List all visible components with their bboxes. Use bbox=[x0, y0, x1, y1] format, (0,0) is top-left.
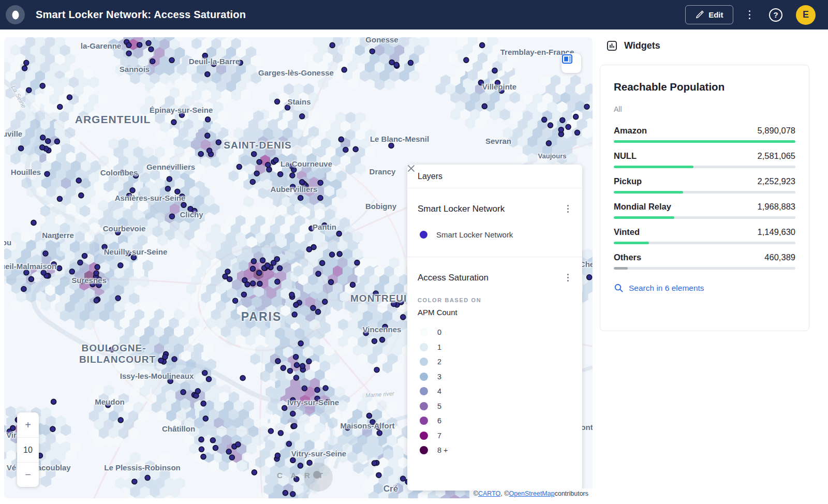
layer-item-smart-locker-network: Smart Locker Network bbox=[418, 202, 572, 216]
widget-row-label: Mondial Relay bbox=[614, 202, 671, 212]
header-more-options-icon[interactable] bbox=[745, 6, 755, 24]
apm-legend-row: 2 bbox=[418, 354, 572, 369]
apm-legend-label: 5 bbox=[437, 402, 441, 410]
widget-row-bar-track bbox=[614, 140, 795, 143]
zoom-out-button[interactable]: − bbox=[17, 462, 39, 487]
app-page: Smart Locker Network: Access Saturation … bbox=[0, 0, 828, 504]
widget-row-value: 1,149,630 bbox=[758, 227, 795, 237]
widget-row-label: NULL bbox=[614, 151, 637, 161]
apm-legend-label: 1 bbox=[437, 343, 441, 351]
widget-row-value: 2,252,923 bbox=[758, 176, 795, 186]
widgets-sidebar: Widgets Reachable Population All Amazon5… bbox=[599, 29, 828, 504]
apm-legend-swatch bbox=[420, 402, 428, 410]
pencil-icon bbox=[695, 10, 704, 19]
apm-legend-swatch bbox=[420, 343, 428, 351]
openstreetmap-link[interactable]: OpenStreetMap bbox=[509, 490, 554, 497]
panel-divider bbox=[407, 257, 582, 257]
attribution-text: contributors bbox=[555, 490, 588, 497]
reachable-population-widget: Reachable Population All Amazon5,890,078… bbox=[600, 65, 809, 331]
map-canvas[interactable]: la-GarenneSannoisDeuil-la-BarreGarges-lè… bbox=[4, 37, 593, 498]
widget-row-value: 5,890,078 bbox=[758, 126, 795, 136]
locker-layer-swatch bbox=[420, 231, 427, 239]
apm-legend-swatch bbox=[420, 358, 428, 366]
carto-link[interactable]: CARTO bbox=[478, 490, 500, 497]
widgets-header-label: Widgets bbox=[624, 40, 660, 51]
widget-row[interactable]: Others460,389 bbox=[614, 253, 795, 270]
layers-panel-title: Layers bbox=[418, 172, 442, 181]
widget-row-label: Amazon bbox=[614, 126, 647, 136]
widget-row[interactable]: Pickup2,252,923 bbox=[614, 176, 795, 194]
apm-legend-row: 5 bbox=[418, 399, 572, 414]
widget-row-value: 2,581,065 bbox=[758, 151, 795, 161]
widget-row-value: 1,968,883 bbox=[758, 202, 795, 212]
page-title: Smart Locker Network: Access Saturation bbox=[36, 9, 246, 21]
apm-legend-row: 4 bbox=[418, 384, 572, 399]
widget-row-label: Others bbox=[614, 253, 641, 262]
layer-options-icon[interactable] bbox=[564, 271, 572, 285]
zoom-level: 10 bbox=[17, 437, 39, 462]
map-attribution: © CARTO, © OpenStreetMap contributors bbox=[469, 488, 593, 498]
color-based-on-label: COLOR BASED ON bbox=[418, 297, 572, 303]
widget-row-bar-fill bbox=[614, 166, 693, 168]
apm-legend-row: 3 bbox=[418, 369, 572, 384]
widget-row-bar-track bbox=[614, 191, 795, 194]
widget-row-label: Pickup bbox=[614, 176, 642, 186]
widget-row[interactable]: Vinted1,149,630 bbox=[614, 227, 795, 244]
layers-panel-header: Layers bbox=[407, 165, 582, 188]
apm-legend-label: 6 bbox=[437, 417, 441, 425]
layer-name: Smart Locker Network bbox=[418, 204, 505, 214]
apm-legend-label: 7 bbox=[437, 432, 441, 440]
close-icon[interactable] bbox=[558, 170, 572, 183]
apm-count-legend: 012345678 + bbox=[418, 325, 572, 458]
color-attribute-name: APM Count bbox=[418, 308, 572, 317]
widget-row[interactable]: Mondial Relay1,968,883 bbox=[614, 202, 795, 219]
widget-category-rows: Amazon5,890,078NULL2,581,065Pickup2,252,… bbox=[614, 126, 795, 270]
attribution-text: , © bbox=[500, 490, 509, 497]
map-legend-toggle-button[interactable] bbox=[561, 53, 581, 73]
widget-row[interactable]: NULL2,581,065 bbox=[614, 151, 795, 168]
apm-legend-row: 8 + bbox=[418, 443, 572, 458]
widget-row-bar-fill bbox=[614, 267, 628, 270]
search-icon bbox=[614, 283, 624, 293]
apm-legend-swatch bbox=[420, 417, 428, 425]
apm-legend-row: 6 bbox=[418, 413, 572, 428]
locker-layer-legend-item: Smart Locker Network bbox=[418, 230, 572, 239]
widget-search-label: Search in 6 elements bbox=[629, 284, 704, 293]
app-logo-icon[interactable] bbox=[6, 5, 25, 24]
edit-button[interactable]: Edit bbox=[685, 5, 733, 24]
apm-legend-label: 0 bbox=[437, 328, 441, 336]
layers-panel-body: Smart Locker Network Smart Locker Networ… bbox=[407, 202, 582, 458]
widget-row-label: Vinted bbox=[614, 227, 640, 237]
help-icon[interactable]: ? bbox=[769, 8, 782, 22]
attribution-text: © bbox=[474, 490, 478, 497]
widget-row-bar-fill bbox=[614, 191, 683, 194]
user-avatar[interactable]: E bbox=[796, 5, 816, 25]
widget-row-bar-track bbox=[614, 216, 795, 219]
widget-search-button[interactable]: Search in 6 elements bbox=[614, 283, 795, 293]
zoom-in-button[interactable]: + bbox=[17, 412, 39, 437]
widget-row-bar-fill bbox=[614, 216, 674, 219]
widget-row-bar-fill bbox=[614, 140, 795, 143]
map-zoom-control: + 10 − bbox=[17, 412, 39, 487]
widget-row-value: 460,389 bbox=[764, 253, 795, 262]
legend-panel-icon bbox=[561, 53, 573, 65]
apm-legend-row: 7 bbox=[418, 428, 572, 443]
layer-item-access-saturation: Access Saturation bbox=[418, 271, 572, 285]
widget-filter-scope: All bbox=[614, 105, 795, 113]
layer-options-icon[interactable] bbox=[564, 202, 572, 216]
apm-legend-row: 0 bbox=[418, 325, 572, 340]
apm-legend-label: 8 + bbox=[437, 446, 448, 454]
apm-legend-swatch bbox=[420, 373, 428, 381]
widget-row-bar-track bbox=[614, 267, 795, 270]
apm-legend-label: 2 bbox=[437, 358, 441, 366]
widget-row-bar-fill bbox=[614, 242, 649, 244]
widgets-icon bbox=[607, 40, 617, 51]
apm-legend-label: 4 bbox=[437, 387, 441, 395]
layers-panel: Layers Smart Locker Network Smart Locker… bbox=[407, 165, 582, 491]
widget-row-bar-track bbox=[614, 166, 795, 168]
edit-button-label: Edit bbox=[708, 10, 723, 19]
locker-layer-legend-label: Smart Locker Network bbox=[436, 230, 513, 239]
widget-row[interactable]: Amazon5,890,078 bbox=[614, 126, 795, 143]
apm-legend-label: 3 bbox=[437, 373, 441, 381]
apm-legend-swatch bbox=[420, 328, 428, 336]
